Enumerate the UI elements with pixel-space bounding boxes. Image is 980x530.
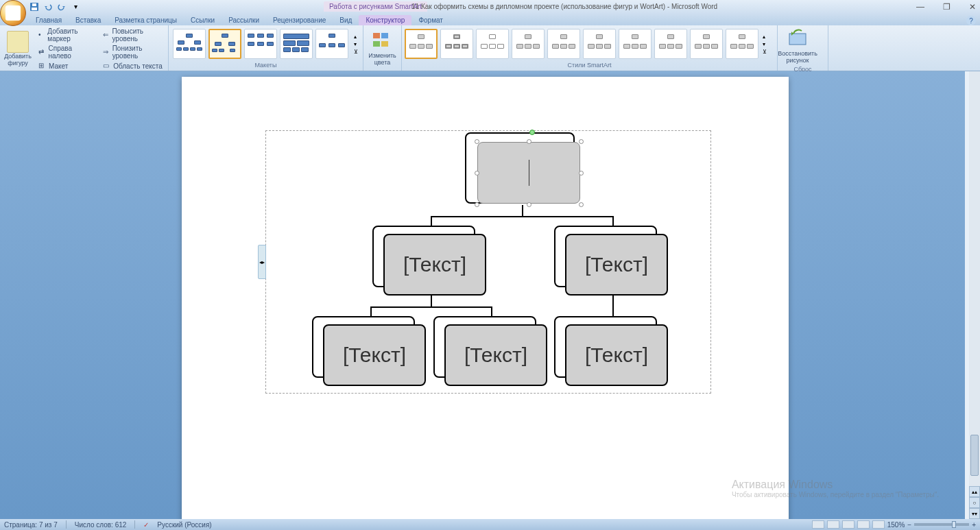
- styles-scroll-down[interactable]: ▾: [763, 41, 767, 47]
- view-outline[interactable]: [857, 520, 870, 529]
- text-pane-toggle[interactable]: ◂▸: [258, 245, 266, 279]
- layouts-expand[interactable]: ⊻: [354, 49, 358, 55]
- style-item-2[interactable]: [440, 29, 473, 59]
- qat-dropdown-icon[interactable]: ▾: [70, 1, 81, 12]
- selection-handle-w[interactable]: [475, 171, 479, 176]
- svg-rect-1: [32, 8, 37, 10]
- colors-icon: [372, 30, 394, 52]
- rotate-handle[interactable]: [529, 130, 535, 135]
- bullet-icon: •: [38, 31, 45, 39]
- node-l3c[interactable]: [Текст]: [565, 324, 668, 386]
- node-l2b[interactable]: [Текст]: [565, 234, 668, 296]
- office-button[interactable]: [0, 0, 26, 26]
- status-language[interactable]: Русский (Россия): [157, 521, 211, 529]
- style-item-3[interactable]: [476, 29, 509, 59]
- ribbon: Добавить фигуру •Добавить маркер ⇄Справа…: [0, 25, 980, 71]
- layout-dropdown-button[interactable]: ⊞Макет: [36, 61, 97, 71]
- layout-item-5[interactable]: [315, 29, 348, 59]
- tab-format[interactable]: Формат: [411, 15, 450, 25]
- view-web-layout[interactable]: [842, 520, 854, 529]
- reset-icon: [787, 28, 809, 50]
- quick-access-toolbar: ▾: [29, 1, 81, 12]
- tab-design[interactable]: Конструктор: [359, 15, 411, 25]
- add-bullet-button[interactable]: •Добавить маркер: [36, 27, 97, 43]
- node-l2a[interactable]: [Текст]: [383, 234, 486, 296]
- layout-item-4[interactable]: [280, 29, 313, 59]
- tab-pagelayout[interactable]: Разметка страницы: [108, 15, 184, 25]
- tab-review[interactable]: Рецензирование: [266, 15, 333, 25]
- page[interactable]: ◂▸: [182, 77, 789, 519]
- tab-mailings[interactable]: Рассылки: [222, 15, 266, 25]
- demote-icon: ⇒: [103, 48, 110, 56]
- zoom-level[interactable]: 150%: [887, 521, 905, 529]
- next-page-icon[interactable]: ▾▾: [969, 508, 980, 519]
- selection-handle-s[interactable]: [527, 202, 531, 207]
- layout-item-1[interactable]: [173, 29, 206, 59]
- close-icon[interactable]: ✕: [968, 2, 977, 12]
- zoom-out-icon[interactable]: −: [907, 521, 911, 529]
- status-page[interactable]: Страница: 7 из 7: [4, 521, 58, 529]
- selection-handle-e[interactable]: [579, 171, 584, 176]
- promote-button[interactable]: ⇐Повысить уровень: [100, 27, 165, 43]
- titlebar: ▾ Работа с рисунками SmartArt 11 Как офо…: [0, 0, 980, 13]
- selection-handle-se[interactable]: [579, 202, 584, 207]
- svg-rect-6: [381, 41, 388, 47]
- selection-handle-sw[interactable]: [475, 202, 479, 207]
- prev-page-icon[interactable]: ▴▴: [969, 486, 980, 497]
- layouts-scroll-up[interactable]: ▴: [354, 34, 358, 40]
- style-item-9[interactable]: [690, 29, 723, 59]
- undo-icon[interactable]: [43, 1, 53, 12]
- styles-expand[interactable]: ⊻: [763, 49, 767, 55]
- browse-object-icon[interactable]: ○: [969, 497, 980, 508]
- node-l3b[interactable]: [Текст]: [444, 324, 547, 386]
- style-item-7[interactable]: [619, 29, 652, 59]
- redo-icon[interactable]: [56, 1, 67, 12]
- selection-handle-nw[interactable]: [475, 139, 479, 144]
- zoom-slider-thumb[interactable]: [952, 521, 956, 528]
- layout-item-3[interactable]: [244, 29, 277, 59]
- text-cursor: [529, 160, 529, 186]
- style-item-1[interactable]: [405, 29, 438, 59]
- layout-item-2[interactable]: [208, 29, 241, 59]
- zoom-in-icon[interactable]: +: [972, 521, 976, 529]
- help-icon[interactable]: ?: [966, 16, 976, 25]
- tab-home[interactable]: Главная: [29, 15, 69, 25]
- demote-button[interactable]: ⇒Понизить уровень: [100, 44, 165, 60]
- layout-icon: ⊞: [38, 62, 47, 70]
- view-full-screen[interactable]: [827, 520, 839, 529]
- right-to-left-button[interactable]: ⇄Справа налево: [36, 44, 97, 60]
- status-word-count[interactable]: Число слов: 612: [75, 521, 127, 529]
- ribbon-group-reset: Восстановить рисунок Сброс: [778, 25, 828, 71]
- selection-handle-ne[interactable]: [579, 139, 584, 144]
- reset-graphic-button[interactable]: Восстановить рисунок: [780, 27, 815, 65]
- selection-handle-n[interactable]: [527, 139, 531, 144]
- maximize-icon[interactable]: ❐: [942, 2, 951, 12]
- smartart-frame[interactable]: ◂▸: [265, 130, 711, 394]
- zoom-slider[interactable]: [914, 523, 969, 526]
- style-item-4[interactable]: [512, 29, 545, 59]
- tab-insert[interactable]: Вставка: [69, 15, 108, 25]
- tab-references[interactable]: Ссылки: [184, 15, 222, 25]
- add-shape-button[interactable]: Добавить фигуру: [3, 29, 33, 68]
- scrollbar-thumb[interactable]: [970, 435, 979, 476]
- node-top[interactable]: [477, 142, 580, 204]
- view-draft[interactable]: [872, 520, 885, 529]
- styles-scroll-up[interactable]: ▴: [763, 34, 767, 40]
- tab-view[interactable]: Вид: [333, 15, 359, 25]
- change-colors-button[interactable]: Изменить цвета: [366, 29, 398, 67]
- style-item-5[interactable]: [547, 29, 580, 59]
- svg-rect-2: [32, 3, 36, 6]
- document-title: 11 Как оформить схемы в дипломном проект…: [411, 3, 717, 10]
- node-l3a[interactable]: [Текст]: [323, 324, 426, 386]
- minimize-icon[interactable]: —: [916, 2, 925, 12]
- layouts-scroll-down[interactable]: ▾: [354, 41, 358, 47]
- textpane-icon: ▭: [103, 62, 111, 70]
- save-icon[interactable]: [29, 1, 40, 12]
- style-item-6[interactable]: [583, 29, 616, 59]
- proofing-icon[interactable]: ✓: [143, 521, 149, 529]
- vertical-scrollbar[interactable]: ▴▴ ○ ▾▾: [969, 71, 980, 519]
- style-item-8[interactable]: [654, 29, 687, 59]
- style-item-10[interactable]: [726, 29, 758, 59]
- view-print-layout[interactable]: [812, 520, 824, 529]
- text-pane-button[interactable]: ▭Область текста: [100, 61, 165, 71]
